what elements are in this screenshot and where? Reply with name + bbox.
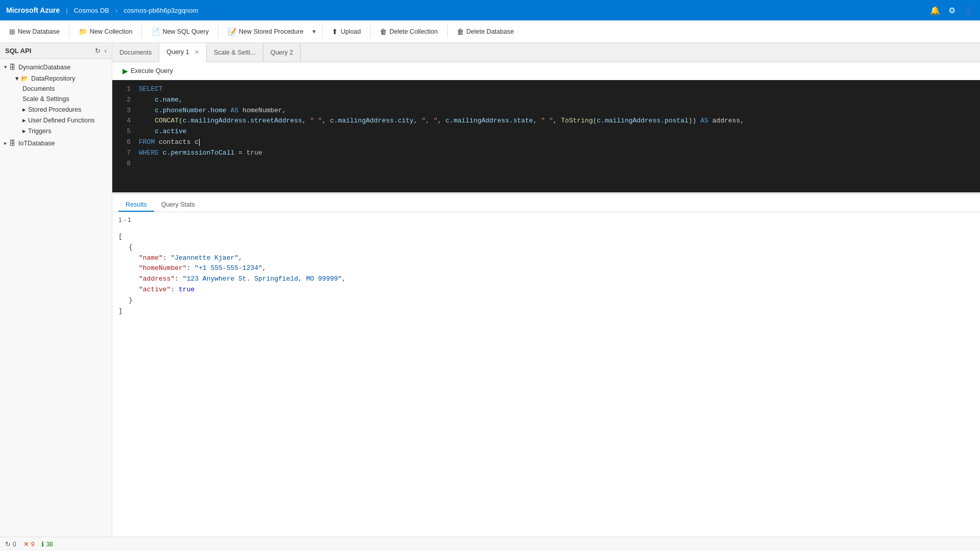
tree-section: ▾ 🗄 DynamicDatabase ▾ 📂 DataRepository D… (0, 59, 112, 151)
tree-item-documents[interactable]: Documents (0, 84, 112, 94)
info-status-icon: ℹ (41, 540, 44, 548)
code-line-8: 8 (112, 159, 980, 169)
execute-query-label: Execute Query (131, 67, 173, 74)
separator5 (370, 26, 371, 38)
code-editor[interactable]: 1 SELECT 2 c.name, 3 c.phoneNumber.home … (112, 80, 980, 192)
chevron-down-icon: ▾ (15, 74, 19, 82)
sidebar-collapse-button[interactable]: ‹ (105, 47, 107, 55)
new-stored-procedure-label: New Stored Procedure (239, 28, 303, 35)
code-line-4: 4 CONCAT(c.mailingAddress.streetAddress,… (112, 116, 980, 127)
results-area: Results Query Stats 1 - 1 [ { "name": "J… (112, 194, 980, 537)
tab-query2-label: Query 2 (271, 49, 293, 56)
stored-procedures-label: Stored Procedures (28, 106, 81, 113)
tree-item-stored-procedures[interactable]: ▸ Stored Procedures (0, 104, 112, 115)
settings-icon[interactable]: ⚙ (948, 6, 955, 15)
toolbar: ⊞ New Database 📁 New Collection 📄 New SQ… (0, 20, 980, 43)
delete-collection-label: Delete Collection (389, 28, 438, 35)
delete-database-button[interactable]: 🗑 Delete Database (452, 25, 519, 38)
sidebar-refresh-button[interactable]: ↻ (95, 47, 101, 55)
result-tab-results-label: Results (126, 201, 147, 208)
json-object-close: } (118, 295, 974, 306)
main-layout: SQL API ↻ ‹ ▾ 🗄 DynamicDatabase ▾ 📂 Data… (0, 43, 980, 537)
delete-collection-icon: 🗑 (380, 28, 387, 36)
dropdown-arrow[interactable]: ▾ (310, 28, 318, 35)
separator3 (218, 26, 218, 38)
tab-query2[interactable]: Query 2 (263, 43, 301, 62)
upload-icon: ⬆ (332, 28, 338, 36)
status-info: ℹ 38 (41, 540, 53, 548)
dynamic-database-label: DynamicDatabase (18, 64, 70, 71)
json-open-bracket: [ (118, 232, 974, 242)
play-icon: ▶ (122, 67, 128, 75)
database-icon: 🗄 (9, 139, 16, 147)
result-tab-bar: Results Query Stats (112, 194, 980, 212)
new-stored-procedure-button[interactable]: 📝 New Stored Procedure (223, 25, 308, 38)
content-area: Documents Query 1 ✕ Scale & Setti... Que… (112, 43, 980, 537)
sidebar: SQL API ↻ ‹ ▾ 🗄 DynamicDatabase ▾ 📂 Data… (0, 43, 112, 537)
status-errors: ✕ 9 (23, 540, 35, 548)
status-refresh-value: 0 (13, 541, 16, 548)
notification-icon[interactable]: 🔔 (930, 6, 940, 15)
status-refresh: ↻ 0 (5, 540, 16, 548)
tab-scale-settings[interactable]: Scale & Setti... (207, 43, 263, 62)
tab-query1-close[interactable]: ✕ (194, 49, 199, 56)
account-icon[interactable]: 👤 (964, 6, 974, 15)
tab-documents-label: Documents (119, 49, 152, 56)
scale-settings-label: Scale & Settings (22, 95, 69, 103)
documents-label: Documents (22, 85, 55, 92)
chevron-right-icon: ▸ (22, 127, 26, 135)
json-name-field: "name": "Jeannette Kjaer", (118, 253, 974, 264)
upload-label: Upload (340, 28, 361, 35)
new-collection-button[interactable]: 📁 New Collection (74, 25, 137, 38)
result-count: 1 - 1 (112, 212, 980, 228)
tab-query1[interactable]: Query 1 ✕ (159, 43, 206, 62)
json-close-bracket: ] (118, 306, 974, 317)
tree-item-udf[interactable]: ▸ User Defined Functions (0, 115, 112, 126)
sidebar-toolbar: ↻ ‹ (95, 47, 107, 55)
result-tab-query-stats[interactable]: Query Stats (154, 198, 202, 212)
sidebar-header: SQL API ↻ ‹ (0, 43, 112, 59)
code-line-1: 1 SELECT (112, 84, 980, 95)
tree-item-triggers[interactable]: ▸ Triggers (0, 126, 112, 136)
new-sql-query-icon: 📄 (151, 28, 160, 36)
result-tab-query-stats-label: Query Stats (161, 201, 195, 208)
new-database-button[interactable]: ⊞ New Database (4, 25, 65, 38)
tree-item-data-repository[interactable]: ▾ 📂 DataRepository (0, 73, 112, 84)
tree-item-scale-settings[interactable]: Scale & Settings (0, 94, 112, 104)
chevron-right-icon: ▸ (22, 106, 26, 113)
breadcrumb-cosmosdb[interactable]: Cosmos DB (74, 7, 109, 14)
delete-collection-button[interactable]: 🗑 Delete Collection (375, 25, 443, 38)
breadcrumb-account[interactable]: cosmos-pb6h6p3zgqnom (124, 7, 198, 14)
udf-label: User Defined Functions (28, 117, 95, 124)
chevron-right-icon: ▸ (4, 140, 7, 146)
new-collection-icon: 📁 (79, 28, 87, 36)
separator6 (447, 26, 448, 38)
json-home-number-field: "homeNumber": "+1 555-555-1234", (118, 263, 974, 274)
titlebar: Microsoft Azure | Cosmos DB › cosmos-pb6… (0, 0, 980, 20)
status-info-value: 38 (46, 541, 53, 548)
json-output: [ { "name": "Jeannette Kjaer", "homeNumb… (112, 228, 980, 320)
new-stored-procedure-icon: 📝 (228, 28, 236, 36)
tab-documents[interactable]: Documents (112, 43, 159, 62)
sidebar-title: SQL API (5, 47, 31, 55)
breadcrumb-arrow1: › (115, 7, 117, 14)
tree-item-dynamic-database[interactable]: ▾ 🗄 DynamicDatabase (0, 61, 112, 73)
new-database-icon: ⊞ (9, 28, 15, 36)
tree-item-iot-database[interactable]: ▸ 🗄 IoTDatabase (0, 137, 112, 149)
data-repository-label: DataRepository (31, 75, 75, 82)
json-object-open: { (118, 242, 974, 253)
upload-button[interactable]: ⬆ Upload (327, 25, 366, 38)
new-sql-query-label: New SQL Query (162, 28, 209, 35)
execute-query-button[interactable]: ▶ Execute Query (118, 65, 177, 77)
code-line-2: 2 c.name, (112, 95, 980, 106)
database-icon: 🗄 (9, 63, 16, 71)
new-sql-query-button[interactable]: 📄 New SQL Query (146, 25, 214, 38)
collection-icon: 📂 (21, 75, 29, 82)
separator4 (322, 26, 323, 38)
new-database-label: New Database (18, 28, 60, 35)
azure-logo: Microsoft Azure (6, 6, 60, 14)
separator1 (69, 26, 69, 38)
delete-database-label: Delete Database (467, 28, 514, 35)
result-tab-results[interactable]: Results (118, 198, 154, 212)
triggers-label: Triggers (28, 128, 51, 135)
